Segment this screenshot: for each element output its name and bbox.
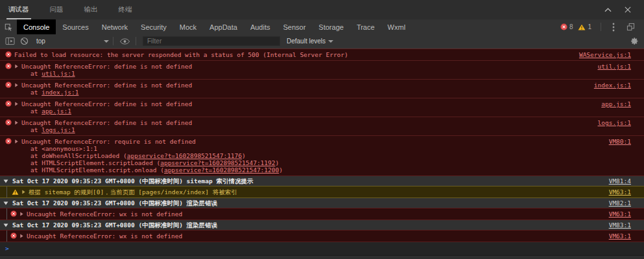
error-icon (5, 138, 12, 144)
expand-arrow-icon[interactable] (14, 102, 19, 106)
tab-label: Mock (180, 23, 197, 31)
log-levels-select[interactable]: Default levels (287, 38, 333, 45)
execution-context-select[interactable]: top (36, 38, 109, 45)
source-link[interactable]: VM63:1 (602, 210, 644, 218)
source-link[interactable]: VM82:1 (602, 199, 644, 207)
warning-badge-icon (578, 24, 588, 30)
prompt-chevron: > (5, 245, 9, 252)
tab-network[interactable]: Network (95, 19, 134, 34)
tab-label: Trace (357, 23, 375, 31)
warning-icon (12, 189, 19, 195)
group-title: Sat Oct 17 2020 09:35:23 GMT+0800 (中国标准时… (12, 177, 253, 185)
error-message-text: Uncaught ReferenceError: define is not d… (21, 100, 595, 107)
console-sidebar-button[interactable] (3, 36, 17, 47)
warning-count-badge[interactable]: 1 (578, 23, 591, 30)
stack-frame: at doWhenAllScriptLoaded (appservice?t=1… (30, 152, 602, 159)
panel-tab-terminal[interactable]: 终端 (117, 0, 134, 19)
stack-frame: at util.js:1 (30, 70, 591, 77)
gear-icon (630, 37, 639, 45)
tab-mock[interactable]: Mock (173, 19, 203, 34)
collapse-arrow-icon[interactable] (3, 223, 8, 228)
console-prompt[interactable]: > (0, 242, 644, 254)
tab-label: Security (141, 23, 167, 31)
source-link[interactable]: logs.js:1 (591, 119, 644, 126)
console-log-area: Failed to load resource: the server resp… (0, 49, 644, 259)
error-message-text: Uncaught ReferenceError: define is not d… (21, 82, 588, 89)
tab-appdata[interactable]: AppData (203, 19, 244, 34)
source-link[interactable]: VM63:1 (602, 232, 644, 240)
stack-link[interactable]: appservice?t=1602898521547:1200 (164, 166, 279, 174)
tab-label: Sources (62, 23, 88, 31)
error-message-text: Uncaught ReferenceError: wx is not defin… (27, 232, 182, 240)
expand-arrow-icon[interactable] (14, 139, 19, 144)
stack-link[interactable]: appservice?t=1602898521547:1192 (160, 159, 275, 166)
titlebar-spacer (151, 0, 599, 19)
tab-sources[interactable]: Sources (56, 19, 95, 34)
console-error-row: Uncaught ReferenceError: wx is not defin… (0, 208, 644, 220)
more-options-button[interactable] (605, 23, 622, 32)
log-levels-value: Default levels (287, 38, 326, 45)
inspect-element-button[interactable] (0, 19, 17, 34)
tab-label: AppData (209, 23, 237, 31)
clear-console-icon (20, 37, 29, 45)
tab-audits[interactable]: Audits (244, 19, 277, 34)
error-message-text: Uncaught ReferenceError: define is not d… (21, 63, 591, 70)
chevron-down-icon (104, 40, 109, 43)
source-link[interactable]: VM81:4 (602, 177, 644, 185)
source-link[interactable]: VM80:1 (602, 138, 644, 145)
tab-trace[interactable]: Trace (350, 19, 381, 34)
source-link[interactable]: app.js:1 (595, 100, 644, 107)
stack-link[interactable]: app.js:1 (42, 107, 71, 115)
console-settings-button[interactable] (627, 36, 641, 47)
error-icon (5, 119, 12, 126)
stack-link[interactable]: appservice?t=1602898521547:1176 (127, 152, 242, 159)
expand-arrow-icon[interactable] (19, 234, 24, 238)
error-badge-icon (560, 23, 569, 30)
live-expression-button[interactable] (117, 36, 132, 47)
undock-button[interactable] (622, 23, 639, 31)
source-link[interactable]: util.js:1 (591, 63, 644, 70)
tab-storage[interactable]: Storage (312, 19, 350, 34)
console-warning-row: 根据 sitemap 的规则[0]，当前页面 [pages/index/inde… (0, 186, 644, 198)
error-message-text: Uncaught ReferenceError: wx is not defin… (27, 210, 182, 218)
tab-label: Sensor (283, 23, 305, 31)
clear-console-button[interactable] (17, 36, 31, 47)
panel-tab-output[interactable]: 输出 (82, 0, 100, 19)
close-panel-button[interactable] (618, 0, 638, 19)
console-error-row: Uncaught ReferenceError: define is not d… (0, 98, 644, 117)
source-link[interactable]: index.js:1 (588, 82, 644, 89)
collapse-arrow-icon[interactable] (3, 201, 8, 206)
devtools-tabbar: Console Sources Network Security Mock Ap… (0, 19, 644, 34)
error-count-badge[interactable]: 8 (560, 23, 573, 30)
filter-input[interactable] (143, 36, 280, 46)
console-error-row: Uncaught ReferenceError: require is not … (0, 136, 644, 176)
collapse-panel-button[interactable] (598, 0, 618, 19)
tab-wxml[interactable]: Wxml (381, 19, 412, 34)
stack-link[interactable]: util.js:1 (42, 70, 75, 77)
error-icon (5, 51, 12, 58)
expand-arrow-icon[interactable] (14, 64, 19, 69)
devtools-window: 调试器 问题 输出 终端 Console Sources Network Sec… (0, 0, 644, 259)
error-count: 8 (569, 23, 573, 30)
collapse-arrow-icon[interactable] (3, 179, 8, 184)
tab-security[interactable]: Security (134, 19, 173, 34)
console-error-row: Uncaught ReferenceError: define is not d… (0, 117, 644, 136)
stack-link[interactable]: index.js:1 (42, 89, 78, 96)
tab-console[interactable]: Console (17, 19, 56, 34)
expand-arrow-icon[interactable] (14, 83, 19, 87)
panel-tab-debugger[interactable]: 调试器 (6, 0, 31, 19)
tab-sensor[interactable]: Sensor (276, 19, 312, 34)
error-icon (5, 63, 12, 69)
source-link[interactable]: WAService.js:1 (573, 51, 644, 58)
source-link[interactable]: VM83:1 (602, 221, 644, 229)
stack-frame: at index.js:1 (30, 89, 588, 96)
panel-tab-issues[interactable]: 问题 (48, 0, 66, 19)
source-link[interactable]: VM63:1 (602, 188, 644, 196)
stack-link[interactable]: logs.js:1 (42, 126, 75, 133)
group-title: Sat Oct 17 2020 09:35:23 GMT+0800 (中国标准时… (12, 199, 217, 207)
close-icon (625, 6, 631, 13)
expand-arrow-icon[interactable] (19, 212, 24, 216)
expand-arrow-icon[interactable] (14, 120, 19, 125)
expand-arrow-icon[interactable] (21, 190, 26, 194)
console-error-row: Failed to load resource: the server resp… (0, 49, 644, 61)
